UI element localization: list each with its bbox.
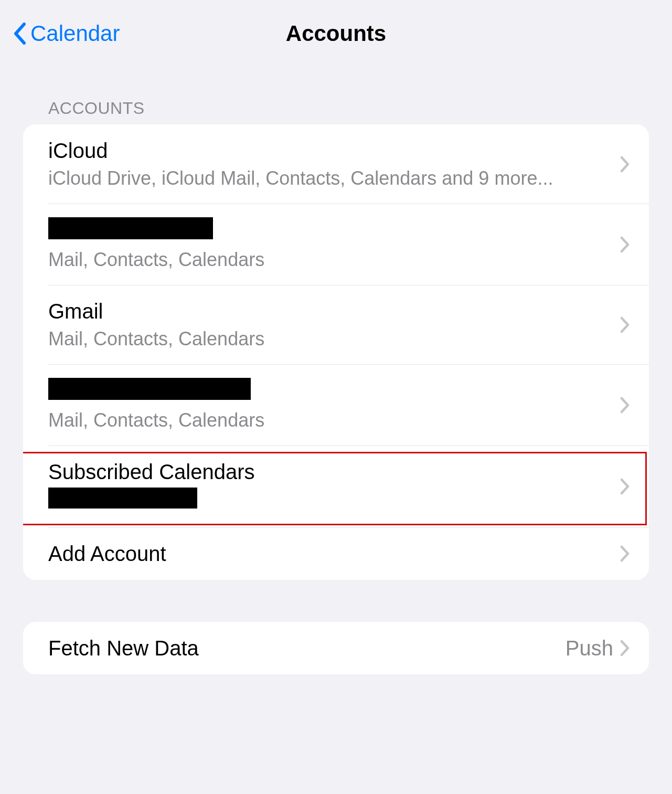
account-subtitle: iCloud Drive, iCloud Mail, Contacts, Cal… xyxy=(48,166,620,190)
account-title xyxy=(48,217,620,245)
add-account-row[interactable]: Add Account xyxy=(23,527,649,580)
account-row-icloud[interactable]: iCloud iCloud Drive, iCloud Mail, Contac… xyxy=(23,124,649,204)
account-subtitle: Mail, Contacts, Calendars xyxy=(48,248,620,271)
chevron-right-icon xyxy=(620,396,630,414)
account-title: Gmail xyxy=(48,299,620,324)
back-label: Calendar xyxy=(30,21,120,46)
fetch-group: Fetch New Data Push xyxy=(23,622,649,674)
chevron-right-icon xyxy=(620,236,630,253)
account-title: iCloud xyxy=(48,138,620,163)
back-button[interactable]: Calendar xyxy=(13,21,120,46)
account-row-redacted-2[interactable]: Mail, Contacts, Calendars xyxy=(23,364,649,446)
section-header-accounts: ACCOUNTS xyxy=(23,67,649,124)
account-title: Subscribed Calendars xyxy=(48,459,620,484)
redacted-block xyxy=(48,488,197,509)
redacted-block xyxy=(48,217,213,239)
account-title xyxy=(48,378,620,405)
account-subtitle: Mail, Contacts, Calendars xyxy=(48,327,620,351)
accounts-group: iCloud iCloud Drive, iCloud Mail, Contac… xyxy=(23,124,649,580)
add-account-label: Add Account xyxy=(48,541,620,566)
chevron-right-icon xyxy=(620,155,630,173)
account-row-gmail[interactable]: Gmail Mail, Contacts, Calendars xyxy=(23,285,649,364)
account-row-subscribed-calendars[interactable]: Subscribed Calendars xyxy=(23,446,649,527)
chevron-left-icon xyxy=(13,22,27,45)
account-subtitle: Mail, Contacts, Calendars xyxy=(48,408,620,432)
navigation-bar: Calendar Accounts xyxy=(0,0,672,67)
redacted-block xyxy=(48,378,251,400)
account-subtitle xyxy=(48,488,620,514)
fetch-new-data-row[interactable]: Fetch New Data Push xyxy=(23,622,649,674)
account-row-redacted-1[interactable]: Mail, Contacts, Calendars xyxy=(23,204,649,285)
chevron-right-icon xyxy=(620,545,630,563)
chevron-right-icon xyxy=(620,478,630,495)
chevron-right-icon xyxy=(620,316,630,334)
fetch-label: Fetch New Data xyxy=(48,636,566,661)
chevron-right-icon xyxy=(620,639,630,657)
fetch-value: Push xyxy=(566,637,613,660)
